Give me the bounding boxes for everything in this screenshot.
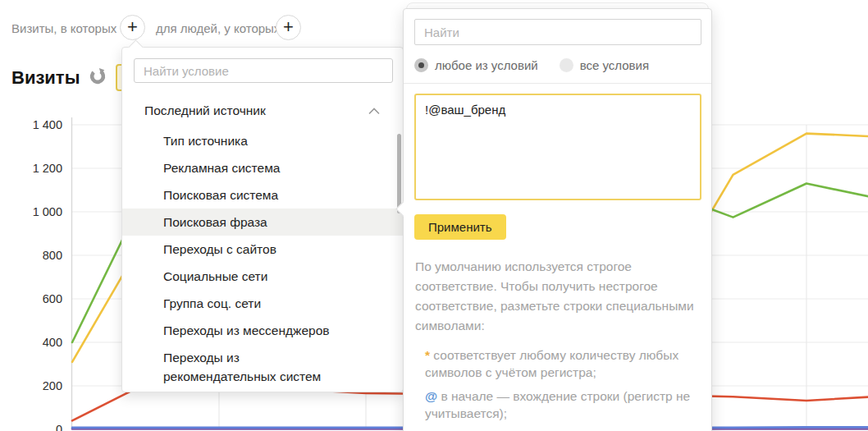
dropdown-item-recommendation-referrals[interactable]: Переходы из рекомендательных систем <box>122 344 403 390</box>
radio-circle <box>414 58 428 72</box>
radio-any-condition[interactable]: любое из условий <box>414 58 538 72</box>
apply-button[interactable]: Применить <box>414 214 506 240</box>
match-mode-radios: любое из условий все условия <box>414 56 701 74</box>
phrase-search-input[interactable] <box>414 19 701 45</box>
plus-icon: + <box>283 18 294 36</box>
rule-asterisk: * соответствует любому количеству любых … <box>425 346 698 381</box>
svg-text:1 200: 1 200 <box>33 162 62 175</box>
dropdown-item-social-networks[interactable]: Социальные сети <box>122 263 403 290</box>
search-phrase-panel: любое из условий все условия !@ваш_бренд… <box>403 8 712 431</box>
dropdown-scrollbar[interactable] <box>397 134 401 213</box>
dropdown-item-site-referrals[interactable]: Переходы с сайтов <box>122 236 403 263</box>
dropdown-item-social-group[interactable]: Группа соц. сети <box>122 290 403 317</box>
dropdown-group-last-source[interactable]: Последний источник <box>122 94 403 127</box>
rule-text: в начале — вхождение строки (регистр не … <box>425 389 690 420</box>
radio-all-label: все условия <box>580 58 649 72</box>
radio-any-label: любое из условий <box>435 58 538 72</box>
dropdown-item-source-type[interactable]: Тип источника <box>122 127 403 154</box>
condition-search-input[interactable] <box>134 58 393 83</box>
rule-at: @ в начале — вхождение строки (регистр н… <box>425 387 698 422</box>
help-intro: По умолчанию используется строгое соотве… <box>415 257 698 336</box>
divider <box>404 83 711 84</box>
rule-text: соответствует любому количеству любых си… <box>425 348 678 379</box>
svg-text:800: 800 <box>43 249 62 262</box>
radio-circle <box>560 58 573 72</box>
dropdown-item-search-engine[interactable]: Поисковая система <box>122 181 403 209</box>
condition-dropdown: Последний источник Тип источника Рекламн… <box>121 47 404 392</box>
refresh-icon[interactable] <box>89 67 107 85</box>
at-symbol: @ <box>425 389 437 403</box>
plus-icon: + <box>127 18 138 36</box>
svg-text:600: 600 <box>43 292 62 305</box>
svg-text:1 000: 1 000 <box>33 205 62 218</box>
chevron-up-icon <box>368 108 380 115</box>
page-title: Визиты <box>11 67 80 89</box>
svg-text:1 400: 1 400 <box>33 118 62 131</box>
dropdown-item-search-phrase[interactable]: Поисковая фраза <box>122 209 403 236</box>
svg-text:400: 400 <box>43 336 62 349</box>
add-people-condition-button[interactable]: + <box>276 15 301 40</box>
add-visit-condition-button[interactable]: + <box>120 15 145 40</box>
phrase-textarea[interactable]: !@ваш_бренд <box>414 94 701 200</box>
asterisk-symbol: * <box>425 348 430 362</box>
syntax-rules: * соответствует любому количеству любых … <box>425 346 698 431</box>
group-label: Последний источник <box>144 103 266 117</box>
radio-all-conditions[interactable]: все условия <box>560 58 649 72</box>
dropdown-item-messenger-referrals[interactable]: Переходы из мессенджеров <box>122 317 403 344</box>
svg-text:0: 0 <box>56 423 62 431</box>
svg-text:200: 200 <box>43 379 62 392</box>
visits-condition-label: Визиты, в которых <box>11 21 116 35</box>
dropdown-item-ad-system[interactable]: Рекламная система <box>122 154 403 181</box>
people-condition-label: для людей, у которых <box>156 21 280 35</box>
